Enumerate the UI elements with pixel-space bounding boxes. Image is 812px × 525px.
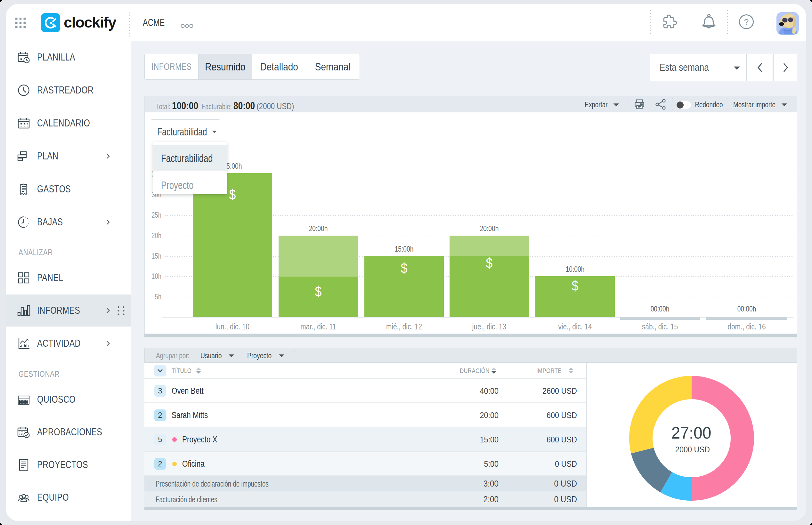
svg-text:?: ? — [744, 17, 749, 27]
